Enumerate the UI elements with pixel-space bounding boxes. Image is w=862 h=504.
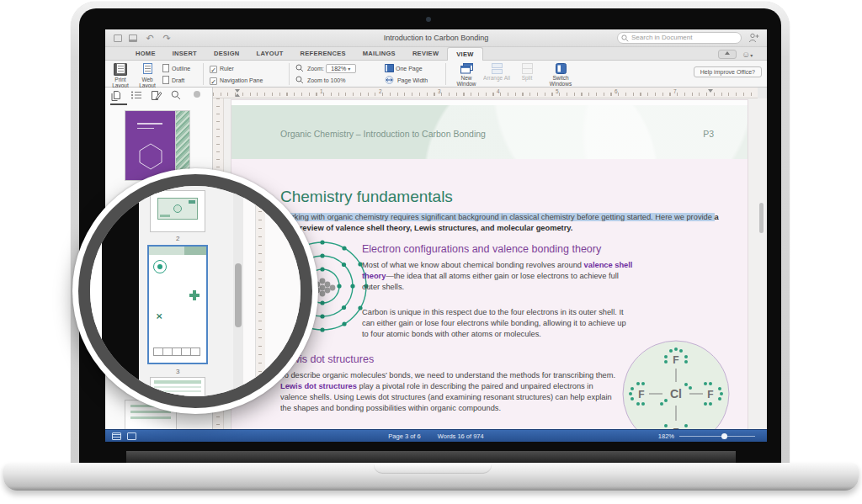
- magnified-page-margin: [243, 186, 301, 396]
- new-window-icon: [460, 63, 473, 74]
- status-zoom-value[interactable]: 182%: [658, 430, 674, 442]
- ruler-number: 2: [379, 88, 382, 94]
- tab-review[interactable]: REVIEW: [404, 47, 447, 61]
- ruler-number: 7: [673, 88, 677, 94]
- help-improve-office-button[interactable]: Help improve Office?: [694, 66, 762, 77]
- horizontal-ruler: 1 2 3 4 5 6 7: [213, 88, 758, 98]
- pane-close-icon[interactable]: [193, 90, 210, 105]
- page-view-group: One Page Page Width: [385, 64, 428, 86]
- heading-electron-configurations: Electron configurations and valence bond…: [362, 243, 601, 255]
- tab-home[interactable]: HOME: [127, 47, 164, 61]
- scene: ↶ ↷ Introduction to Carbon Bonding Searc…: [0, 0, 862, 504]
- laptop-base: [3, 463, 859, 491]
- magnifier-ring: 2 ⨯ 3: [78, 174, 312, 408]
- thumbnails-pane-tab[interactable]: [110, 90, 127, 105]
- tab-references[interactable]: REFERENCES: [292, 47, 354, 61]
- title-bar: ↶ ↷ Introduction to Carbon Bonding Searc…: [105, 29, 767, 47]
- magnified-thumbnail-pane: 2 ⨯ 3: [139, 186, 233, 396]
- magnifier-lens: 2 ⨯ 3: [72, 168, 318, 414]
- page3-label: 3: [176, 368, 179, 375]
- ruler-number: 3: [438, 88, 441, 94]
- page4-thumbnail-magnified[interactable]: [151, 378, 205, 396]
- zoom-group: Zoom: 182% ▾ Zoom to 100%: [295, 64, 356, 86]
- page-width-icon: [385, 76, 394, 84]
- web-layout-button[interactable]: Web Layout: [136, 62, 159, 88]
- ruler-number: 6: [615, 88, 618, 94]
- navigation-pane-checkbox[interactable]: ✓Navigation Pane: [210, 76, 263, 86]
- one-page-button[interactable]: One Page: [385, 64, 428, 74]
- ruler-number: 4: [497, 88, 500, 94]
- new-window-button[interactable]: New Window: [452, 62, 481, 87]
- magnified-pane-scrollbar: [233, 186, 243, 396]
- collapse-ribbon-button[interactable]: [718, 50, 737, 59]
- show-group: ✓Ruler ✓Navigation Pane: [210, 64, 263, 86]
- tab-view[interactable]: VIEW: [447, 47, 482, 61]
- split-button: Split: [513, 62, 541, 81]
- switch-windows-button[interactable]: Switch Windows: [546, 62, 575, 87]
- mini-table-row: [153, 347, 200, 356]
- banner-title: Organic Chemistry – Introduction to Carb…: [280, 129, 486, 139]
- page2-thumbnail-magnified[interactable]: [151, 191, 205, 231]
- outline-icon: [162, 64, 169, 72]
- search-input[interactable]: Search in Document: [617, 32, 742, 44]
- one-page-icon: [385, 64, 394, 72]
- heading-chemistry-fundamentals: Chemistry fundamentals: [280, 188, 453, 206]
- page3-thumbnail-magnified-selected[interactable]: ⨯: [149, 247, 206, 363]
- mini-plus-icon: [189, 290, 200, 300]
- hanging-indent-marker[interactable]: [235, 93, 240, 97]
- page-banner: Organic Chemistry – Introduction to Carb…: [231, 105, 748, 159]
- svg-text:F: F: [638, 389, 644, 401]
- view-ribbon: Print Layout Web Layout Outline Draft ✓R…: [105, 61, 767, 88]
- arrange-all-icon: [491, 63, 503, 74]
- svg-text:Cl: Cl: [670, 387, 682, 401]
- tab-design[interactable]: DESIGN: [205, 47, 248, 61]
- ruler-checkbox[interactable]: ✓Ruler: [210, 64, 263, 74]
- magnifier-content: 2 ⨯ 3: [90, 186, 301, 396]
- selected-text: Here we provide: [655, 213, 714, 221]
- outline-button[interactable]: Outline: [162, 64, 190, 74]
- page-count[interactable]: Page 3 of 6: [388, 432, 420, 440]
- print-layout-icon: [116, 63, 125, 74]
- ruler-number: 1: [320, 88, 323, 94]
- intro-paragraph: Working with organic chemistry requires …: [280, 212, 725, 234]
- zoom-100-button[interactable]: Zoom to 100%: [295, 76, 356, 86]
- right-indent-marker[interactable]: [708, 89, 713, 93]
- zoom-slider[interactable]: [679, 436, 755, 437]
- page2-label: 2: [176, 235, 179, 242]
- feedback-smiley-icon[interactable]: ☺▾: [742, 49, 760, 60]
- benzene-icon: [136, 141, 166, 170]
- left-indent-marker[interactable]: [235, 89, 240, 93]
- share-icon[interactable]: [748, 33, 760, 44]
- page1-thumbnail[interactable]: [125, 111, 176, 180]
- web-layout-icon: [143, 63, 152, 74]
- print-layout-button[interactable]: Print Layout: [109, 62, 132, 88]
- zoom-slider-thumb[interactable]: [721, 433, 727, 439]
- word-count[interactable]: Words 16 of 974: [438, 432, 484, 440]
- scrollbar-thumb[interactable]: [759, 203, 764, 233]
- ruler-check-icon: ✓: [210, 66, 217, 73]
- search-pane-tab[interactable]: [171, 90, 188, 105]
- paragraph-carbon: Carbon is unique in this respect due to …: [362, 307, 633, 340]
- tab-insert[interactable]: INSERT: [164, 47, 205, 61]
- document-scrollbar[interactable]: [758, 100, 764, 428]
- search-icon: [621, 34, 629, 42]
- ribbon-tab-row: HOME INSERT DESIGN LAYOUT REFERENCES MAI…: [105, 47, 767, 61]
- tab-mailings[interactable]: MAILINGS: [354, 47, 404, 61]
- arrange-all-button: Arrange All: [482, 62, 511, 81]
- selected-text: Working with organic chemistry requires …: [280, 213, 655, 221]
- outline-pane-tab[interactable]: [130, 90, 147, 105]
- mini-atom-icon: [153, 260, 167, 273]
- outline-draft-group: Outline Draft: [162, 64, 190, 86]
- zoom-icon: [295, 64, 304, 72]
- zoom-label: Zoom:: [307, 66, 324, 72]
- status-bar: Page 3 of 6 Words 16 of 974 182%: [105, 429, 767, 442]
- zoom-value-dropdown[interactable]: 182% ▾: [326, 64, 356, 73]
- navpane-check-icon: ✓: [210, 77, 217, 85]
- review-pane-tab[interactable]: [151, 90, 168, 105]
- tab-layout[interactable]: LAYOUT: [248, 47, 292, 61]
- split-icon: [521, 63, 534, 74]
- paragraph-lewis: To describe organic molecules’ bonds, we…: [280, 370, 619, 414]
- page-width-button[interactable]: Page Width: [385, 76, 428, 86]
- draft-button[interactable]: Draft: [162, 76, 190, 86]
- search-placeholder: Search in Document: [631, 34, 692, 41]
